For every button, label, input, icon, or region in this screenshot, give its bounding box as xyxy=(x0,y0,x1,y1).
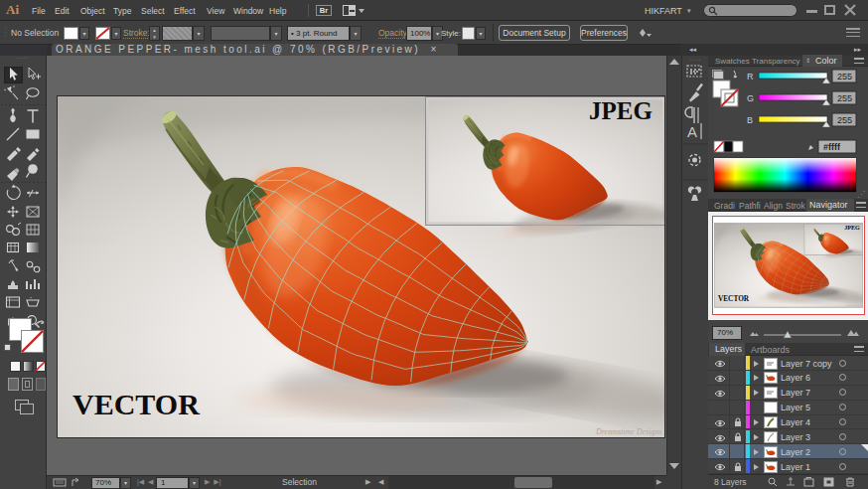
svg-text:Dreamstime Designs: Dreamstime Designs xyxy=(595,427,662,436)
svg-text:255: 255 xyxy=(837,115,852,125)
svg-text:VECTOR: VECTOR xyxy=(72,388,200,420)
svg-text:#ffff: #ffff xyxy=(823,142,841,152)
svg-text:A: A xyxy=(687,123,697,140)
svg-text:255: 255 xyxy=(837,93,852,103)
svg-text:JPEG: JPEG xyxy=(589,97,652,124)
svg-text:G: G xyxy=(747,93,754,103)
svg-text:255: 255 xyxy=(837,72,852,82)
svg-text:B: B xyxy=(747,115,753,125)
svg-text:R: R xyxy=(747,72,754,82)
svg-text:⋰: ⋰ xyxy=(857,190,865,199)
